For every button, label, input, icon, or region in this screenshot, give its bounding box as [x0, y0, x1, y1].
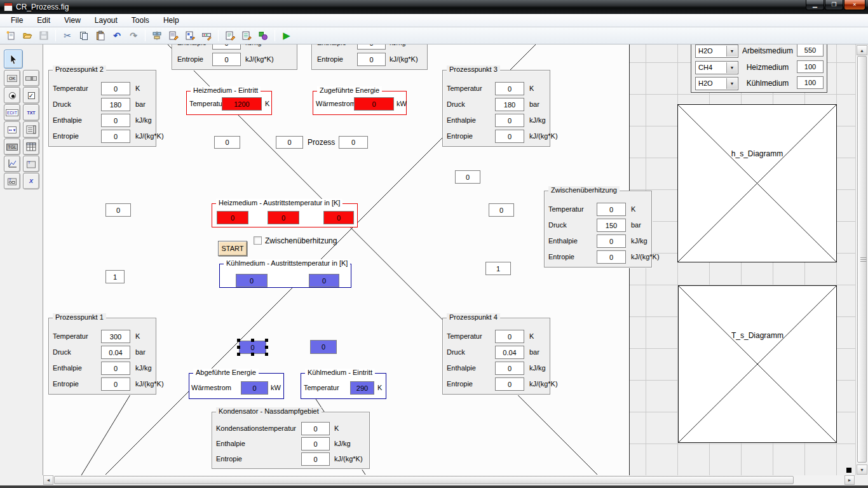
button-group-tool[interactable]: T [4, 173, 20, 189]
arbeitsmedium-dropdown[interactable]: H2O ▼ [695, 44, 738, 58]
scroll-left-button[interactable]: ◄ [43, 475, 53, 485]
menu-tools[interactable]: Tools [125, 14, 156, 27]
ts-diagram-axes[interactable]: T_s_Diagramm [678, 285, 837, 443]
hs-diagram-axes[interactable]: h_s_Diagramm [677, 104, 837, 262]
enthalpie-field[interactable] [212, 44, 241, 50]
menu-layout[interactable]: Layout [88, 14, 125, 27]
selected-blue-field[interactable] [239, 341, 266, 354]
druck-field[interactable] [495, 346, 524, 359]
panel-tool[interactable]: T [23, 156, 39, 172]
panel-top-partial-left[interactable]: Enthalpie kJ/kg Entropie kJ/(kg*K) [172, 44, 297, 70]
panel-kuehlmedium-austritt[interactable]: Kühlmedium - Austrittstemperatur in [K] [219, 264, 351, 288]
restore-button[interactable]: ❐ [825, 0, 843, 10]
panel-heizmedium-eintritt[interactable]: Heizmedium - Eintritt Temperatur K [186, 91, 272, 115]
kuehlmedium-dropdown[interactable]: H2O ▼ [695, 77, 738, 90]
selection-handle[interactable] [237, 346, 240, 349]
entropie-field[interactable] [101, 130, 130, 143]
enthalpie-field[interactable] [101, 362, 130, 375]
kuehl-austritt-field-2[interactable] [309, 274, 339, 287]
scroll-down-button[interactable]: ▼ [857, 464, 867, 475]
druck-field[interactable] [101, 346, 130, 359]
panel-medium-selection[interactable]: H2O ▼ Arbeitsmedium CH4 ▼ Heizmedium H2O… [691, 44, 827, 93]
listbox-tool[interactable] [23, 121, 39, 138]
heizmedium-value-field[interactable] [797, 60, 824, 73]
druck-field[interactable] [597, 219, 626, 232]
radio-button-tool[interactable] [4, 87, 20, 104]
loose-field-top-b[interactable] [276, 136, 303, 149]
entropie-field[interactable] [212, 53, 241, 66]
horizontal-scrollbar[interactable]: ◄ ► [43, 475, 855, 485]
start-button[interactable]: START [218, 241, 247, 256]
waermestrom-field[interactable] [241, 381, 268, 395]
temperatur-field[interactable] [597, 203, 626, 216]
panel-zwischenueberhitzung[interactable]: Zwischenüberhitzung Temperatur K Druck b… [544, 191, 652, 268]
panel-heizmedium-austritt[interactable]: Heizmedium - Austrittstemperatur in [K] [212, 203, 358, 227]
redo-button[interactable]: ↷ [126, 29, 141, 43]
copy-button[interactable] [76, 29, 92, 43]
entropie-field[interactable] [357, 53, 386, 66]
austritt-temp-field-1[interactable] [217, 211, 248, 224]
entropie-field[interactable] [495, 377, 524, 391]
selection-handle[interactable] [265, 353, 268, 356]
table-tool[interactable] [23, 139, 39, 155]
horizontal-scroll-thumb[interactable] [54, 476, 794, 484]
selection-handle[interactable] [265, 346, 268, 349]
new-file-button[interactable] [3, 29, 18, 43]
kondensationstemperatur-field[interactable] [301, 422, 330, 435]
panel-prozesspunkt-4[interactable]: Prozesspunkt 4 Temperatur K Druck bar En… [442, 318, 550, 395]
entropie-field[interactable] [101, 377, 130, 391]
panel-top-partial-right[interactable]: Enthalpie kJ/kg Entropie kJ/(kg*K) [311, 44, 428, 70]
panel-abgefuehrte-energie[interactable]: Abgeführte Energie Wärmestrom kW [189, 373, 284, 399]
selection-handle[interactable] [237, 339, 240, 342]
menu-editor-button[interactable] [166, 29, 181, 43]
property-inspector-button[interactable] [239, 29, 254, 43]
close-button[interactable]: × [844, 0, 865, 10]
vertical-scroll-thumb[interactable] [857, 56, 867, 463]
kuehl-austritt-field-1[interactable] [236, 274, 268, 287]
loose-field-left-low[interactable] [105, 270, 125, 283]
slider-tool[interactable] [23, 70, 39, 86]
temperatur-field[interactable] [495, 82, 524, 95]
blue-field-second[interactable] [310, 340, 337, 354]
enthalpie-field[interactable] [357, 44, 386, 50]
temperatur-field[interactable] [101, 330, 130, 343]
static-text-tool[interactable]: TXT [23, 104, 39, 121]
mfile-editor-button[interactable] [222, 29, 238, 43]
druck-field[interactable] [495, 98, 524, 111]
checkbox-tool[interactable]: ✓ [23, 87, 39, 104]
select-tool-button[interactable] [4, 50, 23, 69]
menu-edit[interactable]: Edit [30, 14, 57, 27]
entropie-field[interactable] [301, 452, 330, 466]
loose-field-right-upper[interactable] [455, 170, 480, 184]
figure-resize-handle[interactable] [846, 468, 851, 473]
push-button-tool[interactable]: OK [4, 70, 20, 86]
selection-handle[interactable] [251, 339, 254, 342]
loose-field-left-mid[interactable] [105, 203, 131, 217]
loose-field-top-c[interactable] [339, 136, 368, 149]
selection-handle[interactable] [265, 339, 268, 342]
arbeitsmedium-value-field[interactable] [797, 44, 824, 57]
enthalpie-field[interactable] [495, 362, 524, 375]
popup-menu-tool[interactable]: ▪▪ ▾ [4, 121, 20, 138]
selection-handle[interactable] [237, 353, 240, 356]
loose-field-right-mid[interactable] [489, 203, 514, 217]
menu-help[interactable]: Help [156, 14, 186, 27]
toolbar-editor-button[interactable] [199, 29, 214, 43]
waermestrom-field[interactable] [354, 97, 394, 111]
austritt-temp-field-3[interactable] [323, 211, 354, 224]
menu-view[interactable]: View [57, 14, 88, 27]
heizmedium-dropdown[interactable]: CH4 ▼ [695, 61, 738, 74]
scroll-right-button[interactable]: ► [844, 475, 855, 485]
menu-file[interactable]: File [4, 14, 30, 27]
austritt-temp-field-2[interactable] [268, 211, 299, 224]
cut-button[interactable]: ✂ [60, 29, 75, 43]
save-button[interactable] [36, 29, 51, 43]
minimize-button[interactable]: ▁ [806, 0, 824, 10]
panel-zugefuehrte-energie[interactable]: Zugeführte Energie Wärmestrom kW [313, 91, 407, 115]
selected-object[interactable] [237, 339, 268, 356]
undo-button[interactable]: ↶ [109, 29, 125, 43]
enthalpie-field[interactable] [495, 114, 524, 127]
heizmedium-eintritt-temperatur-field[interactable] [222, 97, 262, 111]
panel-kuehlmedium-eintritt[interactable]: Kühlmedium - Eintritt Temperatur K [301, 373, 386, 399]
enthalpie-field[interactable] [301, 437, 330, 451]
